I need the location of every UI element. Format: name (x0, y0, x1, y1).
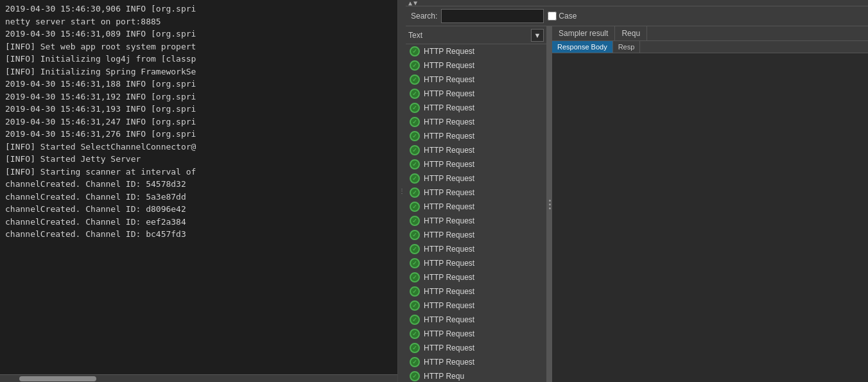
status-success-icon (410, 145, 420, 155)
tree-item[interactable]: HTTP Request (406, 186, 546, 200)
result-body (552, 53, 868, 382)
console-scrollbar-thumb[interactable] (19, 376, 96, 381)
tree-item[interactable]: HTTP Request (406, 171, 546, 186)
status-success-icon (410, 272, 420, 282)
tree-result-divider[interactable] (547, 26, 552, 382)
case-checkbox-container[interactable]: Case (548, 12, 577, 21)
tree-item[interactable]: HTTP Request (406, 143, 546, 157)
filter-dropdown-button[interactable]: ▼ (531, 29, 544, 42)
arrow-down-icon[interactable]: ▼ (413, 0, 417, 6)
case-label: Case (559, 12, 577, 21)
tree-item[interactable]: HTTP Request (406, 341, 546, 355)
status-success-icon (410, 131, 420, 141)
console-line: channelCreated. Channel ID: 5a3e87dd (5, 191, 392, 204)
status-success-icon (410, 173, 420, 184)
tree-item-label: HTTP Request (424, 202, 474, 211)
console-line: 2019-04-30 15:46:31,247 INFO [org.spri (5, 116, 392, 128)
tree-item-label: HTTP Request (424, 146, 474, 155)
console-line: channelCreated. Channel ID: 54578d32 (5, 178, 392, 191)
panel-divider[interactable]: ⋮ (398, 0, 406, 382)
console-line: netty server start on port:8885 (5, 15, 392, 28)
console-line: channelCreated. Channel ID: bc457fd3 (5, 228, 392, 241)
console-line: [INFO] Started Jetty Server (5, 153, 392, 166)
content-area: Text ▼ HTTP RequestHTTP RequestHTTP Requ… (406, 26, 868, 382)
tree-item[interactable]: HTTP Request (406, 44, 546, 58)
search-bar: Search: Case (406, 6, 868, 26)
tree-item-label: HTTP Request (424, 103, 474, 112)
tree-item-label: HTTP Requ (424, 372, 464, 381)
response-sub-tab[interactable]: Resp (613, 41, 641, 53)
tree-item[interactable]: HTTP Request (406, 58, 546, 73)
tree-item[interactable]: HTTP Requ (406, 369, 546, 382)
console-line: [INFO] Starting scanner at interval of (5, 166, 392, 178)
right-panel: ▲ ▼ Search: Case Text ▼ HTTP RequestHTTP… (406, 0, 868, 382)
status-success-icon (410, 329, 420, 339)
search-input[interactable] (441, 9, 544, 23)
tree-item[interactable]: HTTP Request (406, 313, 546, 327)
tree-item[interactable]: HTTP Request (406, 242, 546, 256)
status-success-icon (410, 89, 420, 99)
status-success-icon (410, 230, 420, 240)
case-checkbox[interactable] (548, 12, 557, 21)
console-line: channelCreated. Channel ID: eef2a384 (5, 216, 392, 229)
status-success-icon (410, 216, 420, 226)
tree-item-label: HTTP Request (424, 343, 474, 352)
result-tab[interactable]: Requ (615, 26, 647, 40)
console-line: 2019-04-30 15:46:31,089 INFO [org.spri (5, 28, 392, 40)
tree-item[interactable]: HTTP Request (406, 73, 546, 87)
tree-item-label: HTTP Request (424, 89, 474, 98)
console-line: channelCreated. Channel ID: d8096e42 (5, 203, 392, 216)
status-success-icon (410, 46, 420, 56)
tree-item[interactable]: HTTP Request (406, 327, 546, 341)
tree-item[interactable]: HTTP Request (406, 87, 546, 101)
tree-item-label: HTTP Request (424, 273, 474, 282)
console-line: [INFO] Started SelectChannelConnector@ (5, 141, 392, 153)
tree-item-label: HTTP Request (424, 174, 474, 183)
tree-panel: Text ▼ HTTP RequestHTTP RequestHTTP Requ… (406, 26, 547, 382)
tree-item[interactable]: HTTP Request (406, 228, 546, 242)
tree-item[interactable]: HTTP Request (406, 299, 546, 313)
status-success-icon (410, 103, 420, 113)
console-scrollbar[interactable] (0, 374, 397, 382)
status-success-icon (410, 357, 420, 367)
tree-item-label: HTTP Request (424, 315, 474, 324)
top-toolbar: ▲ ▼ (406, 0, 868, 6)
tree-item-label: HTTP Request (424, 216, 474, 225)
status-success-icon (410, 60, 420, 71)
tree-item[interactable]: HTTP Request (406, 157, 546, 171)
tree-item[interactable]: HTTP Request (406, 115, 546, 129)
tree-item[interactable]: HTTP Request (406, 129, 546, 143)
tree-item[interactable]: HTTP Request (406, 101, 546, 115)
result-panel: Sampler resultRequ Response BodyResp (552, 26, 868, 382)
status-success-icon (410, 244, 420, 254)
response-sub-tabs: Response BodyResp (552, 41, 868, 53)
tree-item-label: HTTP Request (424, 358, 474, 367)
tree-item-label: HTTP Request (424, 132, 474, 141)
tree-item[interactable]: HTTP Request (406, 214, 546, 228)
tree-item[interactable]: HTTP Request (406, 355, 546, 369)
tree-item[interactable]: HTTP Request (406, 256, 546, 270)
status-success-icon (410, 117, 420, 127)
status-success-icon (410, 258, 420, 268)
status-success-icon (410, 371, 420, 381)
console-line: [INFO] Set web app root system propert (5, 40, 392, 53)
tree-items-list: HTTP RequestHTTP RequestHTTP RequestHTTP… (406, 44, 546, 382)
result-tab[interactable]: Sampler result (552, 26, 615, 40)
tree-item[interactable]: HTTP Request (406, 200, 546, 214)
tree-item-label: HTTP Request (424, 188, 474, 197)
response-sub-tab[interactable]: Response Body (552, 41, 613, 53)
tree-item-label: HTTP Request (424, 329, 474, 338)
result-tabs: Sampler resultRequ (552, 26, 868, 41)
tree-item[interactable]: HTTP Request (406, 270, 546, 284)
tree-item[interactable]: HTTP Request (406, 284, 546, 299)
console-line: [INFO] Initializing log4j from [classp (5, 53, 392, 65)
tree-item-label: HTTP Request (424, 245, 474, 254)
status-success-icon (410, 300, 420, 311)
tree-item-label: HTTP Request (424, 47, 474, 56)
status-success-icon (410, 159, 420, 169)
arrow-up-icon[interactable]: ▲ (408, 0, 412, 6)
tree-item-label: HTTP Request (424, 301, 474, 310)
console-line: 2019-04-30 15:46:30,906 INFO [org.spri (5, 3, 392, 15)
console-line: 2019-04-30 15:46:31,188 INFO [org.spri (5, 78, 392, 91)
filter-label: Text (408, 31, 528, 40)
